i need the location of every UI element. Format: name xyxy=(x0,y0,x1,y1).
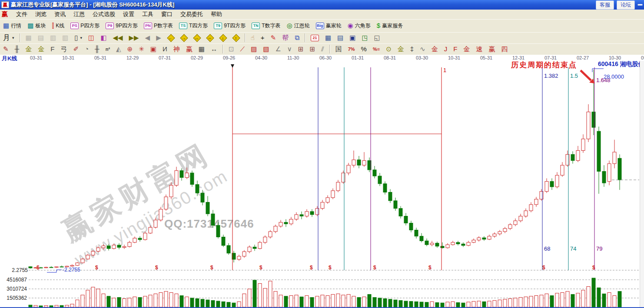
sectors-button[interactable]: ▩板块 xyxy=(25,21,48,31)
gann-text-tool-icon[interactable]: 帮 xyxy=(279,33,291,43)
gold-grid1-icon[interactable]: 金 xyxy=(23,44,34,54)
gann-wheel-button[interactable]: ◎江恩轮 xyxy=(284,21,312,31)
grid-tool-icon[interactable]: ╫ xyxy=(12,44,22,54)
box-star-icon[interactable]: ▣ xyxy=(148,44,159,54)
red-grid2-icon[interactable]: ⊞ xyxy=(307,44,318,54)
angle-gray-icon[interactable]: ◭ xyxy=(113,44,124,54)
angle-j-icon[interactable]: J xyxy=(442,44,450,54)
color-chart-icon[interactable]: ◧ xyxy=(98,33,109,43)
forum-button[interactable]: 论坛 xyxy=(617,0,635,10)
pen-split-icon[interactable]: ‡ xyxy=(408,44,416,54)
hexagon-button[interactable]: ◉六角形 xyxy=(345,21,373,31)
spiral-icon[interactable]: 弓 xyxy=(58,44,70,54)
expand-v-icon[interactable]: ↕ xyxy=(230,33,242,43)
menu-item-trade[interactable]: 交易委托 xyxy=(176,10,207,19)
crosshair-tool-icon[interactable]: + xyxy=(258,33,267,43)
9t-square-button[interactable]: T99T四方形 xyxy=(211,21,248,31)
menu-item-formula[interactable]: 公式选股 xyxy=(89,10,119,19)
angle-four-icon[interactable]: 四 xyxy=(498,44,510,54)
cycle-circle-icon[interactable]: ◔ xyxy=(82,44,91,54)
gold-lines-icon[interactable]: 金 xyxy=(395,44,407,54)
next-bar-icon[interactable]: ▶ xyxy=(153,33,164,43)
calendar-icon[interactable]: 21 xyxy=(308,33,322,43)
menu-item-gann[interactable]: 江恩 xyxy=(70,10,89,19)
volume-bar xyxy=(274,291,277,307)
annotate-tool-icon[interactable]: ✎ xyxy=(268,33,279,43)
gold-box-icon[interactable]: 金 xyxy=(429,44,441,54)
angle-f-icon[interactable]: F xyxy=(451,44,460,54)
window-button-partial[interactable] xyxy=(637,4,643,6)
zoom-v-icon[interactable]: ↓ xyxy=(217,33,229,43)
chart-canvas[interactable]: 4516087301072415053622.275511.382681.574… xyxy=(0,61,644,308)
save-icon[interactable]: ▣ xyxy=(347,33,358,43)
angle-line-icon[interactable]: ∠ xyxy=(272,44,283,54)
period-select[interactable]: 月▾ xyxy=(0,32,17,44)
menu-item-window[interactable]: 窗口 xyxy=(157,10,176,19)
shen-grid-icon[interactable]: 神 xyxy=(171,44,183,54)
ray-fan-icon[interactable]: ⟋ xyxy=(238,44,248,54)
shade-box2-icon[interactable]: ▧ xyxy=(260,44,272,54)
target-red-icon[interactable]: ⊕ xyxy=(125,44,136,54)
p-table-button[interactable]: PNP数字表 xyxy=(141,21,176,31)
pattern-tool-icon[interactable]: ⧉ xyxy=(292,33,302,43)
red-grid1-icon[interactable]: ⊞ xyxy=(295,44,306,54)
menu-item-settings[interactable]: 设置 xyxy=(119,10,138,19)
parallel-lines-icon[interactable]: ⫽ xyxy=(319,44,327,54)
zoom-h-icon[interactable]: ↔ xyxy=(191,33,203,43)
notes-icon[interactable]: ▤ xyxy=(335,33,346,43)
shift-right-icon[interactable]: → xyxy=(178,33,190,43)
kline-mode-icon[interactable]: ◫ xyxy=(86,33,97,43)
menu-item-file[interactable]: 文件 xyxy=(12,10,31,19)
t-square-button[interactable]: TST四方形 xyxy=(176,21,210,31)
menu-item-tools[interactable]: 工具 xyxy=(138,10,157,19)
p-square-button[interactable]: PSP四方形 xyxy=(68,21,102,31)
customer-service-button[interactable]: 客服 xyxy=(596,0,614,10)
angle-speed-icon[interactable]: 速 xyxy=(473,44,485,54)
pen-tool-icon[interactable]: ✎ xyxy=(0,44,11,54)
percent7-icon[interactable]: 7% xyxy=(345,44,358,54)
shift-left-icon[interactable]: ← xyxy=(165,33,177,43)
zigzag-icon[interactable]: ∨ xyxy=(285,44,295,54)
right-scroll-strip[interactable] xyxy=(640,61,644,308)
measure-icon[interactable]: 国 xyxy=(333,44,345,54)
menu-item-help[interactable]: 帮助 xyxy=(207,10,226,19)
n2-icon[interactable]: n² xyxy=(103,44,113,54)
print-icon[interactable]: ◱ xyxy=(372,33,383,43)
win-grid-icon[interactable]: 赢 xyxy=(183,44,195,54)
candle-body xyxy=(373,170,376,176)
gold-grid2-icon[interactable]: 金 xyxy=(35,44,47,54)
kline-chart[interactable]: 赢家财富网 www.yingjia360.com QQ:1731457646 4… xyxy=(0,61,644,308)
winner-service-button[interactable]: $赢家服务 xyxy=(374,21,405,31)
menu-item-browse[interactable]: 浏览 xyxy=(31,10,50,19)
t-table-button[interactable]: TNT数字表 xyxy=(249,21,283,31)
box-gray-icon[interactable]: ⊡ xyxy=(226,44,237,54)
wave-n-icon[interactable]: И xyxy=(160,44,170,54)
9p-square-button[interactable]: P99P四方形 xyxy=(103,21,140,31)
percent-icon[interactable]: % xyxy=(359,44,369,54)
fibo-f-icon[interactable]: F xyxy=(48,44,57,54)
time-grid-icon[interactable]: ╫ xyxy=(92,44,102,54)
angle-gold-icon[interactable]: 金 xyxy=(461,44,472,54)
wave-a-icon[interactable]: ∿ xyxy=(417,44,428,54)
percent-lines-icon[interactable]: %≡ xyxy=(370,44,382,54)
quotes-button[interactable]: ▦行情 xyxy=(0,21,24,31)
gold-circle-icon[interactable]: ⊙ xyxy=(383,44,394,54)
bars5-icon: ▥ xyxy=(62,34,68,41)
hand-tool-icon[interactable]: ☝ xyxy=(248,33,257,43)
winner-wheel-button[interactable]: Big赢家轮 xyxy=(313,21,344,31)
kline-button[interactable]: ⫿K线 xyxy=(49,21,67,31)
angle-win-icon[interactable]: 赢 xyxy=(486,44,498,54)
shade-box-icon[interactable]: ▨ xyxy=(248,44,259,54)
web-export-icon[interactable]: ◳ xyxy=(359,33,370,43)
calculator-icon[interactable]: ▦ xyxy=(322,33,334,43)
star-grid-icon[interactable]: ✳ xyxy=(136,44,147,54)
first-page-icon[interactable]: ◀◀ xyxy=(110,33,125,43)
prev-bar-icon[interactable]: ◀ xyxy=(143,33,153,43)
grid-123-icon[interactable]: ▦ xyxy=(196,44,207,54)
candle-style-select[interactable]: ▯▾ xyxy=(72,33,85,43)
span-arrows-icon[interactable]: ↔ xyxy=(208,44,220,54)
expand-h-icon[interactable]: ⇔ xyxy=(204,33,216,43)
pen-ruler-icon[interactable]: ✐ xyxy=(70,44,81,54)
last-page-icon[interactable]: ▶▶ xyxy=(126,33,142,43)
menu-item-news[interactable]: 资讯 xyxy=(50,10,70,19)
